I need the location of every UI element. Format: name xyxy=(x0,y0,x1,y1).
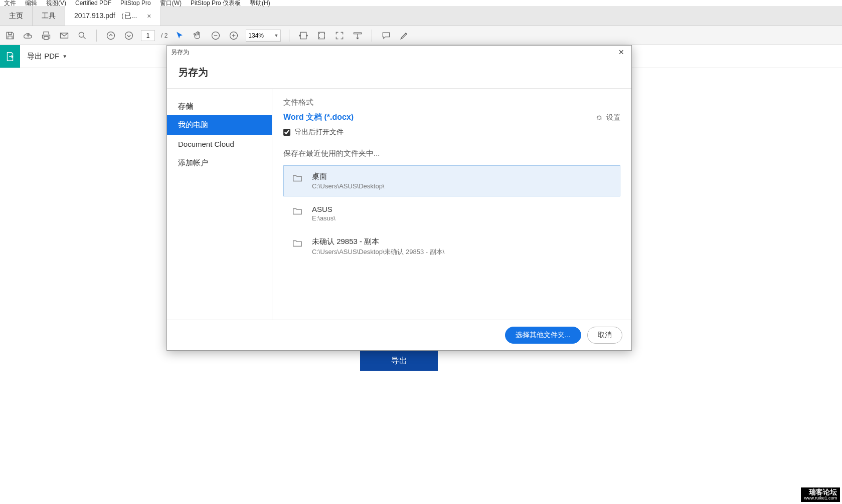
dialog-footer: 选择其他文件夹... 取消 xyxy=(167,320,631,350)
tab-tools[interactable]: 工具 xyxy=(33,6,65,26)
menu-window[interactable]: 窗口(W) xyxy=(160,0,182,8)
open-after-checkbox-input[interactable] xyxy=(283,129,290,136)
svg-point-1 xyxy=(79,32,84,37)
read-mode-icon[interactable] xyxy=(352,30,364,42)
cloud-upload-icon[interactable] xyxy=(22,30,34,42)
watermark: 瑞客论坛 www.ruike1.com xyxy=(801,487,840,502)
folder-item-unconfirmed[interactable]: 未确认 29853 - 副本 C:\Users\ASUS\Desktop\未确认… xyxy=(283,230,620,263)
page-total-label: / 2 xyxy=(161,32,167,39)
dialog-sidebar: 存储 我的电脑 Document Cloud 添加帐户 xyxy=(167,89,272,320)
chevron-down-icon: ▼ xyxy=(62,54,67,59)
selection-tool-icon[interactable] xyxy=(174,30,186,42)
print-icon[interactable] xyxy=(40,30,52,42)
folder-name: ASUS xyxy=(312,205,335,213)
mail-icon[interactable] xyxy=(58,30,70,42)
separator xyxy=(96,30,97,42)
zoom-select[interactable]: 134% ▼ xyxy=(246,30,281,42)
fit-page-icon[interactable] xyxy=(315,30,327,42)
sidebar-item-my-computer[interactable]: 我的电脑 xyxy=(167,115,272,135)
page-number-input[interactable] xyxy=(141,30,155,41)
dialog-titlebar-text: 另存为 xyxy=(171,48,189,57)
save-icon[interactable] xyxy=(4,30,16,42)
zoom-out-icon[interactable] xyxy=(210,30,222,42)
menubar: 文件 编辑 视图(V) Certified PDF PitStop Pro 窗口… xyxy=(0,0,842,6)
dialog-body: 存储 我的电脑 Document Cloud 添加帐户 文件格式 Word 文档… xyxy=(167,88,631,320)
export-pdf-icon[interactable] xyxy=(0,45,20,68)
tab-document-label: 2017.913.pdf （已... xyxy=(74,12,137,21)
separator xyxy=(372,30,372,42)
sidebar-section-storage: 存储 xyxy=(167,98,272,115)
toolbar: / 2 134% ▼ xyxy=(0,26,842,45)
open-after-export-checkbox[interactable]: 导出后打开文件 xyxy=(283,128,620,137)
folder-name: 桌面 xyxy=(312,172,385,181)
folder-icon xyxy=(291,237,304,251)
sidebar-item-document-cloud[interactable]: Document Cloud xyxy=(167,135,272,153)
recent-folders-label: 保存在最近使用的文件夹中... xyxy=(283,149,620,158)
dialog-titlebar: 另存为 ✕ xyxy=(167,46,631,59)
separator xyxy=(289,30,289,42)
dialog-main: 文件格式 Word 文档 (*.docx) 设置 导出后打开文件 保存在最近使用… xyxy=(272,89,631,320)
export-pdf-dropdown[interactable]: 导出 PDF ▼ xyxy=(20,45,74,68)
page-down-icon[interactable] xyxy=(123,30,135,42)
settings-label: 设置 xyxy=(606,113,620,122)
folder-name: 未确认 29853 - 副本 xyxy=(312,237,444,246)
folder-icon xyxy=(291,205,304,219)
watermark-main: 瑞客论坛 xyxy=(809,488,837,496)
choose-other-folder-button[interactable]: 选择其他文件夹... xyxy=(505,327,581,344)
fullscreen-icon[interactable] xyxy=(333,30,346,42)
save-as-dialog: 另存为 ✕ 另存为 存储 我的电脑 Document Cloud 添加帐户 文件… xyxy=(166,45,632,351)
svg-rect-8 xyxy=(354,33,362,34)
sidebar-item-add-account[interactable]: 添加帐户 xyxy=(167,153,272,173)
export-pdf-label: 导出 PDF xyxy=(27,52,59,61)
dialog-title: 另存为 xyxy=(167,59,631,88)
file-format-value[interactable]: Word 文档 (*.docx) xyxy=(283,112,354,123)
comment-icon[interactable] xyxy=(380,30,392,42)
folder-icon xyxy=(291,172,304,186)
cancel-button[interactable]: 取消 xyxy=(587,327,622,344)
svg-point-3 xyxy=(125,32,133,39)
folder-path: C:\Users\ASUS\Desktop\未确认 29853 - 副本\ xyxy=(312,247,444,257)
file-format-label: 文件格式 xyxy=(283,98,620,107)
folder-item-asus[interactable]: ASUS E:\asus\ xyxy=(283,198,620,228)
close-icon[interactable]: ✕ xyxy=(615,47,627,57)
svg-point-2 xyxy=(107,32,115,39)
menu-pitstop-dashboard[interactable]: PitStop Pro 仪表板 xyxy=(191,0,241,8)
zoom-in-icon[interactable] xyxy=(228,30,240,42)
watermark-sub: www.ruike1.com xyxy=(804,496,837,501)
tab-home[interactable]: 主页 xyxy=(0,6,33,26)
tabbar: 主页 工具 2017.913.pdf （已... × xyxy=(0,6,842,26)
svg-rect-6 xyxy=(301,32,307,39)
hand-tool-icon[interactable] xyxy=(192,30,204,42)
tab-close-icon[interactable]: × xyxy=(147,12,151,20)
page-up-icon[interactable] xyxy=(105,30,117,42)
folder-item-desktop[interactable]: 桌面 C:\Users\ASUS\Desktop\ xyxy=(283,165,620,196)
search-icon[interactable] xyxy=(76,30,88,42)
fit-width-icon[interactable] xyxy=(297,30,309,42)
highlight-icon[interactable] xyxy=(398,30,410,42)
open-after-label: 导出后打开文件 xyxy=(294,128,344,137)
export-button[interactable]: 导出 xyxy=(360,351,438,371)
folder-path: E:\asus\ xyxy=(312,214,335,222)
folder-path: C:\Users\ASUS\Desktop\ xyxy=(312,182,385,190)
menu-help[interactable]: 帮助(H) xyxy=(250,0,270,8)
tab-document[interactable]: 2017.913.pdf （已... × xyxy=(65,6,161,26)
zoom-value: 134% xyxy=(248,32,264,39)
settings-button[interactable]: 设置 xyxy=(595,113,620,122)
chevron-down-icon: ▼ xyxy=(274,33,278,38)
gear-icon xyxy=(595,114,603,122)
